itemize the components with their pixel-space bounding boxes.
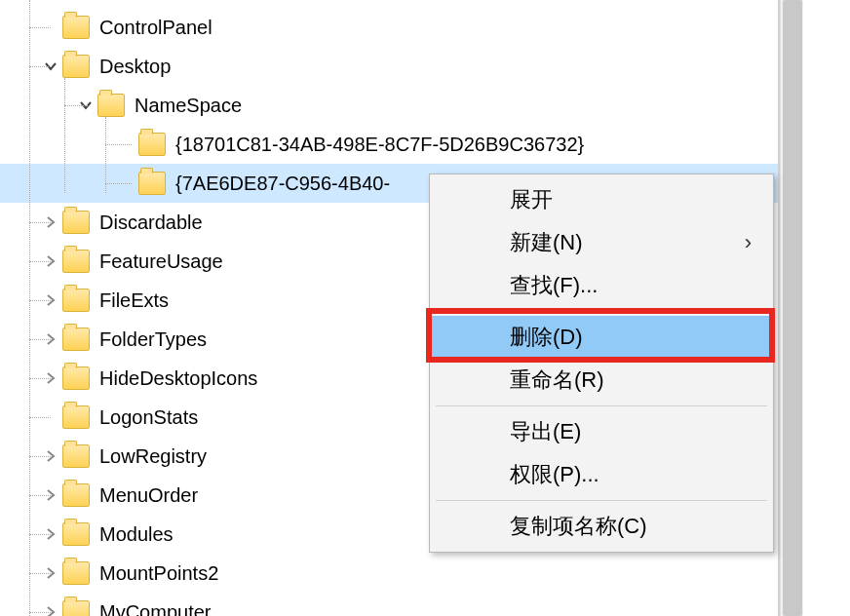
menu-item[interactable]: 导出(E): [432, 410, 771, 453]
folder-icon: [138, 172, 166, 195]
tree-item-label: HideDesktopIcons: [99, 367, 257, 390]
tree-line: [64, 78, 65, 193]
menu-item-label: 删除(D): [510, 323, 752, 352]
submenu-arrow-icon: ›: [745, 230, 752, 255]
menu-item-label: 查找(F)...: [510, 271, 752, 300]
folder-icon: [62, 289, 90, 312]
tree-line: [29, 339, 51, 340]
tree-item-label: Modules: [99, 523, 174, 546]
tree-line: [29, 534, 51, 535]
folder-icon: [62, 483, 90, 507]
tree-line: [29, 612, 51, 613]
menu-item-label: 复制项名称(C): [510, 512, 752, 541]
tree-item-label: {18701C81-34AB-498E-8C7F-5D26B9C36732}: [175, 134, 584, 156]
tree-item-label: MyComputer: [99, 601, 211, 617]
folder-icon: [62, 327, 90, 351]
folder-icon: [62, 211, 90, 234]
tree-item-label: MountPoints2: [99, 562, 218, 585]
context-menu-list: 展开新建(N)›查找(F)...删除(D)重命名(R)导出(E)权限(P)...…: [430, 174, 773, 552]
tree-item-label: Discardable: [99, 212, 203, 234]
menu-item: 展开: [432, 178, 771, 221]
folder-icon: [62, 405, 90, 429]
tree-item-label: ControlPanel: [99, 17, 212, 39]
menu-item[interactable]: 删除(D): [432, 316, 771, 359]
tree-line: [29, 66, 51, 67]
tree-item[interactable]: ControlPanel: [0, 8, 778, 47]
tree-line: [29, 417, 51, 418]
menu-separator: [436, 311, 767, 312]
menu-item-label: 导出(E): [510, 417, 752, 446]
chevron-right-icon[interactable]: [39, 605, 62, 616]
folder-icon: [138, 133, 166, 156]
menu-separator: [436, 500, 767, 501]
menu-item[interactable]: 重命名(R): [432, 359, 771, 402]
folder-icon: [62, 366, 90, 390]
tree-item-label: NameSpace: [135, 95, 242, 117]
tree-item[interactable]: NameSpace: [0, 86, 778, 125]
tree-line: [29, 261, 51, 262]
tree-line: [29, 300, 51, 301]
tree-line: [29, 573, 51, 574]
tree-line: [29, 456, 51, 457]
folder-icon: [62, 250, 90, 273]
tree-item[interactable]: MountPoints2: [0, 554, 778, 593]
tree-item-label: FileExts: [99, 289, 169, 312]
menu-item[interactable]: 权限(P)...: [432, 453, 771, 496]
menu-item-label: 新建(N): [510, 228, 745, 257]
tree-item-label: LowRegistry: [99, 445, 207, 468]
tree-item-label: Desktop: [99, 56, 171, 78]
scrollbar-thumb[interactable]: [783, 0, 802, 616]
menu-separator: [436, 405, 767, 406]
tree-line: [105, 117, 106, 193]
tree-line: [105, 183, 132, 184]
tree-line: [29, 0, 30, 616]
tree-item-label: {7AE6DE87-C956-4B40-: [175, 173, 390, 195]
menu-item-label: 重命名(R): [510, 366, 752, 395]
tree-line: [29, 222, 51, 223]
menu-item-label: 展开: [510, 185, 752, 214]
tree-item[interactable]: MyComputer: [0, 593, 778, 616]
folder-icon: [62, 561, 90, 585]
menu-item[interactable]: 查找(F)...: [432, 264, 771, 307]
menu-item[interactable]: 复制项名称(C): [432, 505, 771, 548]
tree-item-label: FeatureUsage: [99, 250, 223, 273]
vertical-scrollbar[interactable]: [780, 0, 803, 616]
tree-line: [29, 495, 51, 496]
tree-item-label: MenuOrder: [99, 484, 198, 507]
context-menu: 展开新建(N)›查找(F)...删除(D)重命名(R)导出(E)权限(P)...…: [429, 173, 774, 553]
tree-line: [64, 105, 88, 106]
folder-icon: [62, 16, 90, 39]
tree-line: [29, 27, 51, 28]
folder-icon: [97, 94, 125, 117]
tree-item-label: FolderTypes: [99, 328, 207, 351]
folder-icon: [62, 444, 90, 468]
folder-icon: [62, 600, 90, 616]
tree-item[interactable]: Desktop: [0, 47, 778, 86]
folder-icon: [62, 55, 90, 78]
menu-item[interactable]: 新建(N)›: [432, 221, 771, 264]
tree-line: [105, 144, 132, 145]
tree-line: [29, 378, 51, 379]
menu-item-label: 权限(P)...: [510, 460, 752, 489]
folder-icon: [62, 522, 90, 546]
tree-item-label: LogonStats: [99, 406, 198, 429]
